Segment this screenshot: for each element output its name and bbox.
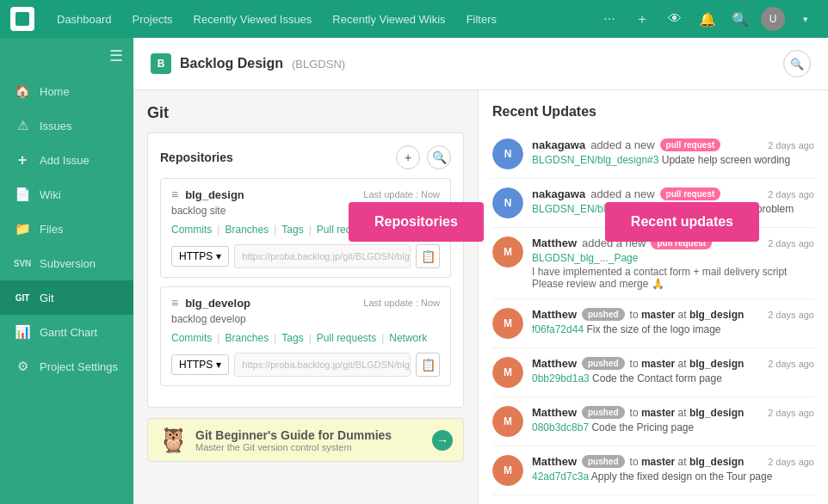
- ellipsis-icon[interactable]: ···: [597, 7, 621, 31]
- sidebar-item-label-home: Home: [40, 85, 70, 98]
- sidebar-item-add-issue[interactable]: + Add Issue: [0, 143, 133, 177]
- banner-arrow-button[interactable]: →: [432, 430, 453, 451]
- recent-username: Matthew: [532, 406, 577, 419]
- repo-protocol-select[interactable]: HTTPS ▾: [171, 246, 229, 267]
- repo-clone-url[interactable]: https://proba.backlog.jp/git/BLGDSN/blg.…: [234, 244, 411, 268]
- wiki-icon: 📄: [14, 186, 31, 203]
- recent-username: Matthew: [532, 237, 577, 249]
- logo-inner: [15, 12, 29, 26]
- repo-protocol-select[interactable]: HTTPS ▾: [171, 354, 229, 375]
- copy-url-button[interactable]: 📋: [416, 244, 440, 268]
- url-text: https://proba.backlog.jp/git/BLGDSN/blg.…: [242, 360, 411, 370]
- recent-text: Update help screen wording: [662, 154, 790, 166]
- sidebar-item-wiki[interactable]: 📄 Wiki: [0, 177, 133, 212]
- repo-last-update: Last update : Now: [363, 298, 440, 308]
- repo-name-row: ≡ blg_design Last update : Now: [171, 187, 440, 201]
- top-nav-right: ··· ＋ 👁 🔔 🔍 U ▾: [597, 7, 818, 31]
- plus-icon[interactable]: ＋: [630, 7, 654, 31]
- divider: |: [217, 332, 219, 344]
- repo-name[interactable]: blg_design: [185, 188, 244, 201]
- recent-to: to master at blg_design: [630, 456, 745, 468]
- eye-icon[interactable]: 👁: [663, 7, 687, 31]
- pushed-badge: pushed: [582, 455, 625, 468]
- recent-line2: BLGDSN_EN/blg_design#3 Update help scree…: [532, 154, 814, 166]
- recent-link[interactable]: BLGDSN_EN/blg_design#3: [532, 154, 658, 166]
- protocol-label: HTTPS: [179, 250, 213, 262]
- recent-text: Fix the size of the logo image: [586, 323, 720, 335]
- repo-link-commits[interactable]: Commits: [171, 224, 212, 236]
- recent-line3: I have implemented a contact form + mail…: [532, 266, 814, 290]
- recent-link[interactable]: 42ad7d7c3a: [532, 470, 589, 482]
- nav-projects[interactable]: Projects: [122, 0, 183, 38]
- recent-line1: nakagawa added a new pull request 2 days…: [532, 187, 814, 200]
- home-icon: 🏠: [14, 83, 31, 100]
- hamburger-button[interactable]: ☰: [109, 46, 123, 65]
- repo-link-branches[interactable]: Branches: [225, 332, 269, 344]
- avatar-nakagawa-2: N: [492, 187, 523, 218]
- recent-link[interactable]: f06fa72d44: [532, 323, 584, 335]
- app-logo[interactable]: [10, 7, 34, 31]
- nav-filters[interactable]: Filters: [456, 0, 507, 38]
- sidebar-item-files[interactable]: 📁 Files: [0, 212, 133, 246]
- sidebar-item-issues[interactable]: ⚠ Issues: [0, 108, 133, 143]
- recent-action: added a new: [590, 138, 654, 151]
- sidebar-item-project-settings[interactable]: ⚙ Project Settings: [0, 349, 133, 384]
- repo-clone-url[interactable]: https://proba.backlog.jp/git/BLGDSN/blg.…: [234, 353, 411, 377]
- copy-url-button[interactable]: 📋: [416, 353, 440, 377]
- recent-to: to master at blg_design: [630, 309, 745, 321]
- sidebar-item-subversion[interactable]: SVN Subversion: [0, 246, 133, 280]
- sidebar-item-git[interactable]: GIT Git: [0, 280, 133, 315]
- overlay-recent-updates-banner: Recent updates: [605, 202, 759, 242]
- recent-link[interactable]: BLGDSN_blg_..._Page: [532, 252, 638, 264]
- search-repo-button[interactable]: 🔍: [427, 145, 451, 169]
- git-beginner-banner[interactable]: 🦉 Git Beginner's Guide for Dummies Maste…: [147, 418, 464, 462]
- repo-clone-row: HTTPS ▾ https://proba.backlog.jp/git/BLG…: [171, 353, 440, 377]
- protocol-label: HTTPS: [179, 359, 213, 371]
- recent-link[interactable]: 0bb29bd1a3: [532, 372, 590, 384]
- recent-item-6: M Matthew pushed to master at blg_design…: [492, 397, 814, 446]
- project-search-button[interactable]: 🔍: [783, 50, 811, 77]
- sidebar-item-home[interactable]: 🏠 Home: [0, 74, 133, 108]
- sidebar-item-gantt-chart[interactable]: 📊 Gantt Chart: [0, 315, 133, 349]
- repo-name[interactable]: blg_develop: [185, 297, 250, 310]
- add-repo-button[interactable]: +: [396, 145, 420, 169]
- avatar-matthew-2: M: [492, 308, 523, 339]
- repo-link-pull-requests[interactable]: Pull requests: [317, 332, 376, 344]
- nav-recently-viewed-wikis[interactable]: Recently Viewed Wikis: [322, 0, 455, 38]
- sidebar-item-label-subversion: Subversion: [40, 257, 96, 270]
- svn-icon: SVN: [14, 255, 31, 272]
- project-header-left: B Backlog Design (BLGDSN): [151, 53, 345, 74]
- nav-recently-viewed-issues[interactable]: Recently Viewed Issues: [183, 0, 323, 38]
- recent-updates-section: Recent Updates N nakagawa added a new pu…: [478, 90, 828, 504]
- project-header: B Backlog Design (BLGDSN) 🔍: [133, 38, 828, 90]
- bell-icon[interactable]: 🔔: [695, 7, 720, 31]
- avatar-image: M: [492, 455, 523, 486]
- avatar-nakagawa-1: N: [492, 138, 523, 169]
- recent-line1: Matthew pushed to master at blg_design 2…: [532, 406, 814, 419]
- repo-link-tags[interactable]: Tags: [281, 332, 303, 344]
- repositories-title: Repositories: [160, 151, 233, 164]
- repo-link-branches[interactable]: Branches: [225, 224, 269, 236]
- avatar-matthew-1: M: [492, 237, 523, 267]
- recent-time: 2 days ago: [768, 359, 814, 369]
- nav-dashboard[interactable]: Dashboard: [46, 0, 122, 38]
- repo-link-commits[interactable]: Commits: [171, 332, 212, 344]
- pushed-badge: pushed: [582, 406, 625, 419]
- repo-links: Commits | Branches | Tags | Pull request…: [171, 332, 440, 344]
- repo-link-tags[interactable]: Tags: [281, 224, 303, 236]
- recent-text: Code the Pricing page: [591, 421, 694, 433]
- recent-to: to master at blg_design: [630, 358, 745, 370]
- repo-link-network[interactable]: Network: [389, 332, 427, 344]
- chevron-down-icon[interactable]: ▾: [794, 7, 818, 31]
- content-area: B Backlog Design (BLGDSN) 🔍 Repositories…: [133, 38, 828, 504]
- project-code: (BLGDSN): [292, 58, 345, 71]
- url-text: https://proba.backlog.jp/git/BLGDSN/blg.…: [242, 251, 411, 261]
- sidebar-hamburger: ☰: [0, 38, 133, 74]
- search-icon[interactable]: 🔍: [728, 7, 752, 31]
- user-avatar[interactable]: U: [761, 7, 785, 31]
- recent-link[interactable]: 080b3dc8b7: [532, 421, 589, 433]
- recent-item-body: Matthew pushed to master at blg_design 2…: [532, 455, 814, 486]
- recent-line1: nakagawa added a new pull request 2 days…: [532, 138, 814, 151]
- recent-time: 2 days ago: [768, 238, 814, 249]
- gantt-icon: 📊: [14, 323, 31, 341]
